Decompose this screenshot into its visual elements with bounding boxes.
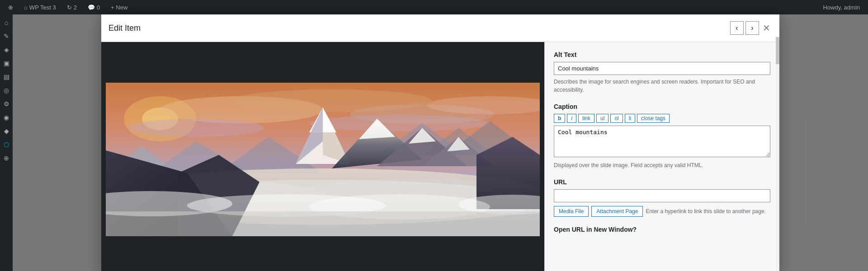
updates-item[interactable]: ↻ 2 xyxy=(63,0,80,14)
sidebar-icon-settings[interactable]: ⬡ xyxy=(0,138,13,151)
sidebar-icon-users[interactable]: ◉ xyxy=(0,111,13,124)
next-button[interactable]: › xyxy=(745,21,759,35)
sidebar-icon-collapse[interactable]: ⊕ xyxy=(0,152,13,164)
svg-point-7 xyxy=(128,119,264,137)
caption-section: Caption b i link ul ol li close tags Coo… xyxy=(554,103,770,169)
sidebar-icon-comments[interactable]: ▤ xyxy=(0,70,13,83)
media-file-btn[interactable]: Media File xyxy=(554,206,589,217)
sidebar-icon-plugins[interactable]: ⚙ xyxy=(0,98,13,110)
caption-ul-btn[interactable]: ul xyxy=(596,114,609,123)
sidebar-icon-pages[interactable]: ▣ xyxy=(0,57,13,70)
caption-li-btn[interactable]: li xyxy=(625,114,635,123)
new-item[interactable]: + New xyxy=(107,0,131,14)
alt-text-label: Alt Text xyxy=(554,51,770,58)
caption-close-tags-btn[interactable]: close tags xyxy=(637,114,670,123)
modal-header: Edit Item ‹ › ✕ xyxy=(101,14,779,42)
open-url-section: Open URL in New Window? xyxy=(554,226,770,233)
scrollbar-thumb[interactable] xyxy=(776,37,779,64)
modal-scrollbar[interactable] xyxy=(776,37,779,271)
modal-title: Edit Item xyxy=(108,23,141,33)
svg-point-8 xyxy=(309,115,490,131)
sidebar-icon-posts[interactable]: ✎ xyxy=(0,30,13,42)
url-section: URL Media File Attachment Page Enter a h… xyxy=(554,178,770,217)
url-hint: Enter a hyperlink to link this slide to … xyxy=(646,208,766,215)
howdy[interactable]: Howdy, admin xyxy=(820,0,863,14)
mountain-svg xyxy=(106,83,540,236)
svg-rect-37 xyxy=(106,211,540,236)
mountain-image xyxy=(106,83,540,236)
caption-link-btn[interactable]: link xyxy=(578,114,594,123)
modal-nav: ‹ › ✕ xyxy=(730,21,772,35)
close-button[interactable]: ✕ xyxy=(761,21,772,35)
caption-ol-btn[interactable]: ol xyxy=(610,114,623,123)
modal-body: Alt Text Describes the image for search … xyxy=(101,42,779,271)
updates-icon: ↻ xyxy=(67,4,72,11)
comments-icon: 💬 xyxy=(88,4,95,11)
admin-bar: ⊕ ⌂ WP Test 3 ↻ 2 💬 0 + New Howdy, admin xyxy=(0,0,868,14)
url-input[interactable] xyxy=(554,189,770,202)
edit-item-modal: Edit Item ‹ › ✕ xyxy=(101,14,779,271)
url-label: URL xyxy=(554,178,770,186)
admin-bar-right: Howdy, admin xyxy=(820,0,863,14)
sidebar-icon-appearance[interactable]: ◎ xyxy=(0,84,13,97)
image-panel xyxy=(101,42,544,271)
form-panel: Alt Text Describes the image for search … xyxy=(544,42,779,271)
alt-text-section: Alt Text Describes the image for search … xyxy=(554,51,770,94)
caption-hint: Displayed over the slide image. Field ac… xyxy=(554,161,770,169)
alt-text-input[interactable] xyxy=(554,62,770,75)
open-url-label: Open URL in New Window? xyxy=(554,226,770,233)
modal-overlay: Edit Item ‹ › ✕ xyxy=(13,14,868,271)
alt-text-hint: Describes the image for search engines a… xyxy=(554,78,770,94)
comments-item[interactable]: 💬 0 xyxy=(84,0,104,14)
caption-label: Caption xyxy=(554,103,770,110)
site-name[interactable]: ⌂ WP Test 3 xyxy=(20,0,60,14)
caption-toolbar: b i link ul ol li close tags xyxy=(554,114,770,123)
sidebar-icon-tools[interactable]: ◆ xyxy=(0,125,13,137)
sidebar-icon-media[interactable]: ◈ xyxy=(0,43,13,56)
sidebar: ⌂ ✎ ◈ ▣ ▤ ◎ ⚙ ◉ ◆ ⬡ ⊕ xyxy=(0,14,13,271)
caption-textarea[interactable]: Cool mountains xyxy=(554,126,770,157)
sidebar-icon-dashboard[interactable]: ⌂ xyxy=(0,16,13,29)
attachment-page-btn[interactable]: Attachment Page xyxy=(591,206,643,217)
caption-italic-btn[interactable]: i xyxy=(567,114,576,123)
prev-button[interactable]: ‹ xyxy=(730,21,744,35)
caption-bold-btn[interactable]: b xyxy=(554,114,565,123)
url-row: Media File Attachment Page Enter a hyper… xyxy=(554,206,770,217)
home-icon: ⌂ xyxy=(24,4,28,11)
main-area: Edit Item ‹ › ✕ xyxy=(13,14,868,271)
wp-logo[interactable]: ⊕ xyxy=(5,0,17,14)
